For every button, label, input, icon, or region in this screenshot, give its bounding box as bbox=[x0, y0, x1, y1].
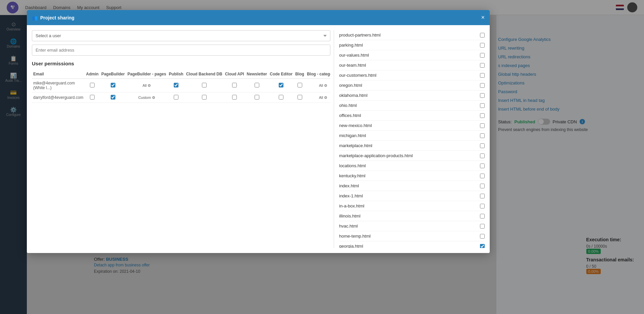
permissions-tbody: mike@4everguard.com (White l...)All ⚙All… bbox=[32, 79, 330, 103]
col-newsletter: Newsletter bbox=[246, 70, 269, 79]
page-checkbox-10[interactable] bbox=[480, 133, 485, 138]
row1-pagebuilder-checkbox[interactable] bbox=[111, 95, 115, 100]
row1-cloud-db-checkbox[interactable] bbox=[202, 95, 207, 100]
row1-admin-checkbox[interactable] bbox=[90, 95, 95, 100]
list-item: product-partners.html bbox=[339, 30, 485, 40]
page-name-label: our-customers.html bbox=[339, 73, 376, 78]
list-item: illinois.html bbox=[339, 211, 485, 221]
page-checkbox-14[interactable] bbox=[480, 174, 485, 178]
row0-code-editor-checkbox[interactable] bbox=[279, 83, 283, 87]
page-name-label: locations.html bbox=[339, 163, 366, 168]
row0-cloud-api-checkbox[interactable] bbox=[232, 83, 237, 87]
table-header-row: Email Admin PageBuilder PageBuilder - pa… bbox=[32, 70, 330, 79]
list-item: offices.html bbox=[339, 111, 485, 121]
page-checkbox-13[interactable] bbox=[480, 164, 485, 168]
row1-cloud-api-checkbox[interactable] bbox=[232, 95, 237, 100]
page-name-label: illinois.html bbox=[339, 213, 361, 218]
col-publish: Publish bbox=[167, 70, 184, 79]
page-checkbox-7[interactable] bbox=[480, 103, 485, 108]
modal-title: Project sharing bbox=[40, 15, 478, 20]
page-checkbox-21[interactable] bbox=[480, 244, 485, 248]
table-row: mike@4everguard.com (White l...)All ⚙All… bbox=[32, 79, 330, 92]
row1-blog-categories[interactable]: All ⚙ bbox=[306, 92, 330, 103]
page-checkbox-15[interactable] bbox=[480, 184, 485, 188]
page-name-label: our-team.html bbox=[339, 63, 366, 68]
row0-admin-checkbox[interactable] bbox=[90, 83, 95, 87]
page-checkbox-8[interactable] bbox=[480, 113, 485, 118]
page-name-label: parking.html bbox=[339, 43, 363, 48]
list-item: home-temp.html bbox=[339, 231, 485, 241]
page-checkbox-0[interactable] bbox=[480, 33, 485, 38]
list-item: in-a-box.html bbox=[339, 201, 485, 211]
list-item: oklahoma.html bbox=[339, 90, 485, 101]
page-checkbox-6[interactable] bbox=[480, 93, 485, 98]
page-checkbox-19[interactable] bbox=[480, 224, 485, 229]
col-blog-categories: Blog - categories bbox=[306, 70, 330, 79]
row1-newsletter-checkbox[interactable] bbox=[255, 95, 259, 100]
page-checkbox-1[interactable] bbox=[480, 43, 485, 48]
list-item: our-team.html bbox=[339, 60, 485, 70]
page-checkbox-16[interactable] bbox=[480, 194, 485, 198]
list-item: georgia.html bbox=[339, 241, 485, 248]
email-input-wrapper bbox=[32, 45, 330, 56]
select-user-dropdown[interactable]: Select a user bbox=[32, 30, 330, 41]
page-name-label: oregon.html bbox=[339, 83, 362, 88]
page-name-label: hvac.html bbox=[339, 224, 358, 229]
project-sharing-modal: 👥 Project sharing × Select a user User p… bbox=[27, 10, 490, 253]
page-name-label: in-a-box.html bbox=[339, 203, 364, 208]
list-item: parking.html bbox=[339, 40, 485, 50]
row1-pagebuilder-pages[interactable]: Custom ⚙ bbox=[126, 92, 167, 103]
page-checkbox-4[interactable] bbox=[480, 73, 485, 78]
list-item: ohio.html bbox=[339, 101, 485, 111]
col-email: Email bbox=[32, 70, 85, 79]
row0-cloud-db-checkbox[interactable] bbox=[202, 83, 207, 87]
list-item: our-values.html bbox=[339, 50, 485, 60]
sharing-icon: 👥 bbox=[32, 15, 38, 20]
row0-blog-checkbox[interactable] bbox=[298, 83, 302, 87]
page-list-panel: product-partners.htmlparking.htmlour-val… bbox=[334, 30, 485, 248]
page-checkbox-3[interactable] bbox=[480, 63, 485, 68]
page-checkbox-11[interactable] bbox=[480, 143, 485, 148]
page-checkbox-9[interactable] bbox=[480, 123, 485, 128]
cell-email: mike@4everguard.com (White l...) bbox=[32, 79, 85, 92]
page-name-label: marketplace.html bbox=[339, 143, 372, 148]
page-checkbox-5[interactable] bbox=[480, 83, 485, 88]
modal-header: 👥 Project sharing × bbox=[27, 10, 490, 25]
col-cloud-api: Cloud API bbox=[224, 70, 246, 79]
list-item: marketplace-application-products.html bbox=[339, 151, 485, 161]
row1-code-editor-checkbox[interactable] bbox=[279, 95, 283, 100]
page-name-label: kentucky.html bbox=[339, 173, 366, 178]
col-blog: Blog bbox=[294, 70, 306, 79]
row0-blog-categories[interactable]: All ⚙ bbox=[306, 79, 330, 92]
row0-newsletter-checkbox[interactable] bbox=[255, 83, 259, 87]
list-item: index-1.html bbox=[339, 191, 485, 201]
left-panel: Select a user User permissions Email Adm… bbox=[32, 30, 334, 248]
page-name-label: ohio.html bbox=[339, 103, 357, 108]
list-item: kentucky.html bbox=[339, 171, 485, 181]
table-row: darrylford@4everguard.comCustom ⚙All ⚙Al… bbox=[32, 92, 330, 103]
page-checkbox-2[interactable] bbox=[480, 53, 485, 58]
page-checkbox-12[interactable] bbox=[480, 153, 485, 158]
select-user-wrapper: Select a user bbox=[32, 30, 330, 41]
row0-pagebuilder-checkbox[interactable] bbox=[111, 83, 115, 87]
list-item: locations.html bbox=[339, 161, 485, 171]
page-name-label: georgia.html bbox=[339, 244, 363, 248]
list-item: hvac.html bbox=[339, 221, 485, 231]
list-item: michigan.html bbox=[339, 131, 485, 141]
row1-blog-checkbox[interactable] bbox=[298, 95, 302, 100]
permissions-table-wrapper: Email Admin PageBuilder PageBuilder - pa… bbox=[32, 70, 330, 103]
page-name-label: michigan.html bbox=[339, 133, 366, 138]
row1-publish-checkbox[interactable] bbox=[174, 95, 178, 100]
row0-publish-checkbox[interactable] bbox=[174, 83, 178, 87]
page-checkbox-17[interactable] bbox=[480, 204, 485, 208]
page-name-label: product-partners.html bbox=[339, 33, 381, 38]
user-permissions-title: User permissions bbox=[32, 61, 330, 66]
page-checkbox-18[interactable] bbox=[480, 214, 485, 218]
row0-pagebuilder-pages[interactable]: All ⚙ bbox=[126, 79, 167, 92]
col-code-editor: Code Editor bbox=[268, 70, 294, 79]
email-input[interactable] bbox=[32, 45, 330, 56]
list-item: oregon.html bbox=[339, 80, 485, 90]
list-item: index.html bbox=[339, 181, 485, 191]
modal-close-button[interactable]: × bbox=[481, 14, 485, 21]
page-checkbox-20[interactable] bbox=[480, 234, 485, 239]
